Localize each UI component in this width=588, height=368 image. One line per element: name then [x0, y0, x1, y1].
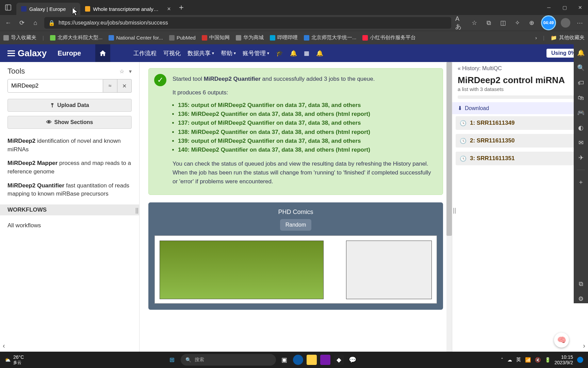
- nav-help[interactable]: 帮助: [221, 49, 236, 57]
- show-sections-button[interactable]: 👁 Show Sections: [7, 116, 132, 129]
- bookmark-item[interactable]: 小红书创作服务平台: [362, 34, 416, 41]
- sidebar-shop-icon[interactable]: 🛍: [576, 93, 585, 102]
- random-button[interactable]: Random: [280, 219, 311, 231]
- taskbar-weather[interactable]: ⛅ 26°C 多云: [5, 354, 24, 366]
- tray-wifi-icon[interactable]: 📶: [525, 357, 531, 363]
- bookmark-item[interactable]: 北京师范大学统一...: [304, 34, 357, 41]
- tray-notifications-icon[interactable]: [577, 357, 583, 363]
- profile-avatar[interactable]: [561, 18, 570, 28]
- output-item[interactable]: 138: MiRDeep2 Quantifier on data 37, dat…: [178, 128, 435, 137]
- nav-visualize[interactable]: 可视化: [163, 49, 181, 57]
- tray-onedrive-icon[interactable]: ☁: [507, 357, 512, 363]
- history-back-link[interactable]: « History: MultiQC: [452, 62, 588, 74]
- edge-icon[interactable]: [293, 355, 303, 365]
- search-clear-button[interactable]: ✕: [117, 79, 132, 93]
- task-view-icon[interactable]: ▣: [279, 355, 290, 365]
- upload-data-button[interactable]: ⤒ Upload Data: [7, 99, 132, 112]
- sidebar-settings-icon[interactable]: ⚙: [576, 294, 585, 303]
- other-bookmarks[interactable]: 📁其他收藏夹: [551, 34, 585, 41]
- sidebar-add-icon[interactable]: ＋: [576, 178, 585, 186]
- bookmark-item[interactable]: 北师大生科院大型...: [50, 34, 103, 41]
- tray-ime[interactable]: 英: [516, 357, 521, 363]
- tools-menu-icon[interactable]: ▾: [129, 68, 132, 75]
- download-button[interactable]: ⬇ Download: [452, 102, 588, 114]
- dataset-item[interactable]: 🕓 2: SRR11611350 👁: [456, 134, 585, 148]
- nav-home[interactable]: [95, 44, 110, 62]
- tool-item[interactable]: MiRDeep2 Quantifier fast quantitation of…: [7, 179, 132, 201]
- nav-learn-icon[interactable]: 🎓: [276, 50, 283, 57]
- all-workflows-link[interactable]: All workflows: [7, 219, 132, 233]
- tools-search-input[interactable]: [7, 79, 103, 93]
- bookmark-item[interactable]: PubMed: [169, 35, 196, 41]
- app-icon[interactable]: ◆: [334, 355, 344, 365]
- galaxy-logo[interactable]: Galaxy: [7, 48, 47, 59]
- window-close-button[interactable]: ✕: [572, 0, 588, 15]
- tray-volume-icon[interactable]: 🔇: [535, 357, 541, 363]
- nav-bell-icon[interactable]: 🔔: [290, 50, 297, 57]
- split-icon[interactable]: ◫: [498, 18, 508, 28]
- tab-actions-icon[interactable]: [0, 4, 16, 11]
- star-icon[interactable]: ☆: [470, 18, 479, 28]
- nav-back-button[interactable]: ←: [3, 18, 13, 28]
- bookmark-overflow[interactable]: ›: [535, 35, 537, 41]
- browser-tab-active[interactable]: Galaxy | Europe ×: [16, 3, 80, 15]
- tab-close-icon[interactable]: ×: [72, 5, 76, 13]
- wechat-icon[interactable]: 💬: [347, 355, 358, 365]
- taskbar-clock[interactable]: 10:15 2023/9/2: [555, 354, 573, 365]
- output-item[interactable]: 139: output of MiRDeep2 Quantifier on da…: [178, 137, 435, 145]
- bookmark-item[interactable]: 哔哩哔哩: [270, 34, 298, 41]
- sidebar-send-icon[interactable]: ✈: [576, 153, 585, 162]
- nav-workflow[interactable]: 工作流程: [133, 49, 157, 57]
- tray-chevron-icon[interactable]: ˄: [501, 357, 503, 363]
- taskbar-search[interactable]: 🔍 搜索: [181, 354, 276, 366]
- scrollbar-track[interactable]: [446, 62, 452, 352]
- search-options-button[interactable]: ≈: [103, 79, 117, 93]
- bookmark-import[interactable]: 导入收藏夹: [3, 34, 36, 41]
- more-menu-icon[interactable]: ⋯: [575, 18, 585, 28]
- sidebar-tag-icon[interactable]: 🏷: [576, 78, 585, 87]
- collapse-left-icon[interactable]: ‹: [3, 342, 5, 350]
- favorites-icon[interactable]: ✧: [512, 18, 522, 28]
- nav-account[interactable]: 账号管理: [243, 49, 269, 57]
- sidebar-capture-icon[interactable]: ⧉: [576, 279, 585, 288]
- window-maximize-button[interactable]: ▢: [557, 0, 572, 15]
- tool-item[interactable]: MiRDeep2 Mapper process and map reads to…: [7, 156, 132, 179]
- sidebar-bell-icon[interactable]: 🔔: [576, 48, 585, 57]
- onenote-icon[interactable]: [320, 355, 330, 365]
- output-item[interactable]: 135: output of MiRDeep2 Quantifier on da…: [178, 101, 435, 110]
- collections-icon[interactable]: ⊕: [527, 18, 536, 28]
- dataset-item[interactable]: 🕓 1: SRR11611349 👁: [456, 116, 585, 130]
- new-tab-button[interactable]: +: [176, 3, 187, 12]
- panel-resize-handle[interactable]: ||: [135, 207, 138, 214]
- window-minimize-button[interactable]: ─: [541, 0, 557, 15]
- reader-icon[interactable]: Aあ: [455, 18, 465, 28]
- tool-item[interactable]: MiRDeep2 identification of novel and kno…: [7, 134, 132, 156]
- tab-close-icon[interactable]: ×: [167, 5, 171, 13]
- sidebar-search-icon[interactable]: 🔍: [576, 63, 585, 72]
- nav-data-share[interactable]: 数据共享: [187, 49, 214, 57]
- collapse-right-icon[interactable]: ›: [583, 342, 585, 350]
- extensions-icon[interactable]: ⧉: [484, 18, 493, 28]
- nav-refresh-button[interactable]: ⟳: [17, 18, 27, 28]
- sidebar-copilot-icon[interactable]: ◐: [576, 123, 585, 132]
- nav-home-button[interactable]: ⌂: [31, 18, 40, 28]
- output-item[interactable]: 140: MiRDeep2 Quantifier on data 37, dat…: [178, 145, 435, 154]
- bookmark-item[interactable]: 华为商城: [236, 34, 264, 41]
- tray-battery-icon[interactable]: 🔋: [545, 357, 551, 363]
- dataset-item[interactable]: 🕓 3: SRR11611351 👁: [456, 152, 585, 165]
- ai-assistant-icon[interactable]: 🧠: [554, 333, 569, 348]
- timer-badge[interactable]: 04:49: [541, 15, 556, 30]
- bookmark-item[interactable]: National Center for...: [109, 35, 163, 41]
- url-input[interactable]: 🔒 https://usegalaxy.eu/jobs/submission/s…: [44, 17, 451, 29]
- bookmark-item[interactable]: 中国知网: [202, 34, 230, 41]
- explorer-icon[interactable]: [307, 355, 317, 365]
- nav-grid-icon[interactable]: ▦: [304, 50, 309, 57]
- sidebar-games-icon[interactable]: 🎮: [576, 108, 585, 117]
- browser-tab[interactable]: Whole transcriptome analysis of ×: [80, 3, 176, 15]
- start-button[interactable]: ⊞: [167, 355, 177, 365]
- nav-bell2-icon[interactable]: 🔔: [316, 50, 323, 57]
- scrollbar-thumb[interactable]: [446, 62, 452, 236]
- sidebar-outlook-icon[interactable]: ✉: [576, 138, 585, 147]
- panel-resize-handle[interactable]: ||: [453, 207, 456, 214]
- output-item[interactable]: 136: MiRDeep2 Quantifier on data 37, dat…: [178, 110, 435, 119]
